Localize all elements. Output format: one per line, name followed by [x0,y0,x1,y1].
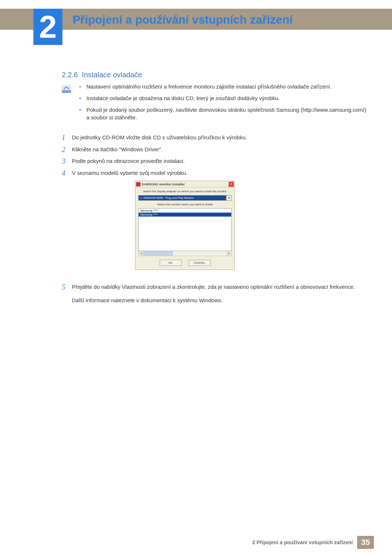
note-box: Nastavení optimálního rozlišení a frekve… [62,83,367,125]
step-number: 4 [62,169,72,177]
adapter-select-label: Select the display adapter on which you … [138,190,232,193]
note-list: Nastavení optimálního rozlišení a frekve… [79,83,367,122]
step-text: Přejděte do nabídky Vlastnosti zobrazení… [72,283,367,304]
step-number: 3 [62,157,72,165]
monitor-select-label: Select the monitor which you want to ins… [138,203,232,206]
ok-button[interactable]: OK [160,260,181,266]
adapter-select[interactable]: 1. RADEON 9550 : Plug and Play Monitor ▾ [138,195,232,201]
step-5: 5 Přejděte do nabídky Vlastnosti zobraze… [62,283,367,308]
list-item[interactable]: Samsung **** [139,213,231,217]
scroll-thumb[interactable] [144,251,173,255]
section-heading: 2.2.6 Instalace ovladače [62,71,142,79]
svg-rect-1 [62,90,71,93]
note-item: Instalace ovladače je obsažena na disku … [79,94,367,102]
horizontal-scrollbar[interactable]: ◂ ▸ [138,251,232,256]
step-4: 4 V seznamu modelů vyberte svůj model vý… [62,169,367,177]
step-1: 1 Do jednotky CD-ROM vložte disk CD s už… [62,134,367,142]
close-icon: × [230,182,232,186]
step-extra-text: Další informace naleznete v dokumentaci … [72,296,367,305]
installer-titlebar: SAMSUNG monitor installer × [135,181,234,188]
note-item: Nastavení optimálního rozlišení a frekve… [79,83,367,91]
monitor-list[interactable]: Samsung **** Samsung **** [138,208,232,251]
scroll-right-icon[interactable]: ▸ [226,251,231,256]
installer-logo-icon [136,182,140,186]
step-text: V seznamu modelů vyberte svůj model výro… [72,169,367,177]
note-item: Pokud je dodaný soubor poškozený, navšti… [79,106,367,122]
installer-title: SAMSUNG monitor installer [142,182,185,186]
step-number: 2 [62,145,72,154]
chapter-badge: 2 [33,9,62,45]
step-text: Klikněte na tlačítko "Windows Driver". [72,145,367,154]
step-text: Podle pokynů na obrazovce proveďte insta… [72,157,367,165]
note-icon [62,85,71,93]
footer-chapter-label: 2 Připojení a používání vstupních zaříze… [252,539,353,545]
adapter-select-value: 1. RADEON 9550 : Plug and Play Monitor [140,196,194,200]
section-title: Instalace ovladače [82,71,142,79]
section-number: 2.2.6 [62,71,78,79]
chevron-down-icon: ▾ [226,196,231,200]
installer-dialog: SAMSUNG monitor installer × Select the d… [135,181,235,270]
cancel-button[interactable]: CANCEL [189,260,211,266]
step-number: 5 [62,283,72,304]
page-number: 35 [357,536,374,549]
step-text: Do jednotky CD-ROM vložte disk CD s uživ… [72,134,367,142]
steps-list: 1 Do jednotky CD-ROM vložte disk CD s už… [62,134,367,181]
close-button[interactable]: × [229,182,234,187]
step-3: 3 Podle pokynů na obrazovce proveďte ins… [62,157,367,165]
step-number: 1 [62,134,72,142]
chapter-title: Připojení a používání vstupních zařízení [73,13,293,26]
chapter-number: 2 [39,11,57,43]
scroll-left-icon[interactable]: ◂ [139,251,144,256]
list-item[interactable]: Samsung **** [139,209,231,213]
step-2: 2 Klikněte na tlačítko "Windows Driver". [62,145,367,154]
page-footer: 2 Připojení a používání vstupních zaříze… [252,536,374,549]
